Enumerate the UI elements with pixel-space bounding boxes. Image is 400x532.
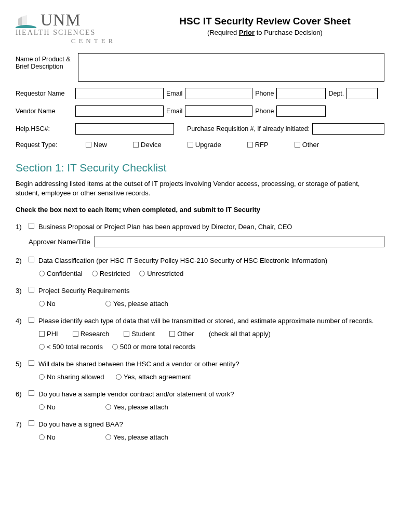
item-1: 1) Business Proposal or Project Plan has… (16, 223, 384, 247)
purchase-req-label: Purchase Requisition #, if already initi… (187, 125, 310, 132)
section1-title: Section 1: IT Security Checklist (16, 162, 384, 174)
item-4-research-checkbox[interactable] (73, 331, 78, 337)
item-7-no-radio[interactable] (39, 434, 45, 440)
item-3: 3) Project Security Requirements No Yes,… (16, 287, 384, 308)
item-4-check-note: (check all that apply) (209, 330, 271, 338)
item-7-checkbox[interactable] (29, 420, 34, 426)
page-subtitle: (Required Prior to Purchase Decision) (145, 29, 384, 36)
item-2-restricted-radio[interactable] (92, 271, 98, 276)
logo-block: UNM HEALTH SCIENCES CENTER (16, 10, 145, 45)
item-3-no-radio[interactable] (39, 301, 45, 307)
vendor-row: Vendor Name Email Phone (16, 105, 384, 117)
item-2-confidential-label: Confidential (47, 270, 83, 277)
item-6-num: 6) (16, 390, 29, 411)
approver-field[interactable] (95, 236, 384, 247)
rt-new-label: New (94, 141, 107, 149)
item-6-no-radio[interactable] (39, 404, 45, 410)
item-5-no-label: No sharing allowed (47, 373, 104, 381)
approver-label: Approver Name/Title (29, 238, 90, 246)
item-7-text: Do you have a signed BAA? (38, 420, 123, 428)
item-5-checkbox[interactable] (29, 360, 34, 366)
item-5-yes-label: Yes, attach agreement (124, 373, 191, 381)
logo-subtitle: HEALTH SCIENCES (16, 29, 145, 37)
rt-rfp-checkbox[interactable] (247, 142, 253, 148)
rt-device-checkbox[interactable] (133, 142, 139, 148)
item-5-no-radio[interactable] (39, 374, 45, 380)
rt-new-checkbox[interactable] (86, 142, 91, 148)
logo-text: UNM (41, 10, 81, 30)
item-2-confidential-radio[interactable] (39, 271, 45, 276)
help-hsc-label: Help.HSC#: (16, 125, 73, 132)
rt-other-checkbox[interactable] (295, 142, 300, 148)
requestor-email-field[interactable] (185, 88, 252, 99)
title-block: HSC IT Security Review Cover Sheet (Requ… (145, 10, 384, 36)
item-4-student-label: Student (131, 330, 155, 338)
item-3-text: Project Security Requirements (38, 287, 130, 295)
item-4-gte500-radio[interactable] (112, 344, 118, 350)
item-7: 7) Do you have a signed BAA? No Yes, ple… (16, 420, 384, 441)
vendor-name-field[interactable] (75, 105, 164, 117)
rt-device-label: Device (141, 141, 162, 149)
requestor-label: Requestor Name (16, 90, 73, 97)
rt-upgrade-label: Upgrade (195, 141, 221, 149)
item-3-yes-radio[interactable] (105, 301, 111, 307)
subtitle-underline: Prior (239, 29, 255, 36)
item-6-yes-radio[interactable] (105, 404, 111, 410)
item-7-num: 7) (16, 420, 29, 441)
requestor-dept-field[interactable] (346, 88, 378, 99)
item-3-num: 3) (16, 287, 29, 308)
item-2-unrestricted-label: Unrestricted (147, 270, 183, 277)
item-4-text: Please identify each type of data that w… (38, 317, 374, 325)
vendor-email-field[interactable] (185, 105, 252, 117)
purchase-req-field[interactable] (312, 123, 384, 135)
item-2-checkbox[interactable] (29, 257, 34, 262)
vendor-label: Vendor Name (16, 108, 73, 115)
requestor-email-label: Email (166, 90, 182, 97)
item-1-num: 1) (16, 223, 29, 247)
item-7-no-label: No (47, 433, 56, 441)
item-3-no-label: No (47, 300, 56, 308)
item-2-text: Data Classification (per HSC IT Security… (38, 257, 327, 264)
item-6-checkbox[interactable] (29, 390, 34, 396)
item-2-unrestricted-radio[interactable] (139, 271, 145, 276)
request-type-label: Request Type: (16, 141, 73, 149)
item-7-yes-radio[interactable] (105, 434, 111, 440)
item-7-yes-label: Yes, please attach (113, 433, 168, 441)
subtitle-post: to Purchase Decision) (255, 29, 323, 36)
logo-subtitle2: CENTER (42, 37, 145, 45)
rt-upgrade-checkbox[interactable] (188, 142, 193, 148)
help-hsc-field[interactable] (75, 123, 174, 135)
item-4-lt500-label: < 500 total records (47, 343, 103, 351)
item-4-lt500-radio[interactable] (39, 344, 45, 350)
item-4-phi-checkbox[interactable] (39, 331, 45, 337)
requestor-row: Requestor Name Email Phone Dept. (16, 88, 384, 99)
item-4-student-checkbox[interactable] (124, 331, 129, 337)
item-4-other-label: Other (177, 330, 194, 338)
item-4-other-checkbox[interactable] (169, 331, 175, 337)
item-4-num: 4) (16, 317, 29, 351)
section1-intro: Begin addressing listed items at the out… (16, 179, 384, 198)
vendor-phone-label: Phone (255, 108, 274, 115)
requestor-phone-field[interactable] (276, 88, 326, 99)
building-icon (16, 12, 36, 28)
product-desc-row: Name of Product & Brief Description (16, 53, 384, 82)
item-5: 5) Will data be shared between the HSC a… (16, 360, 384, 381)
rt-rfp-label: RFP (255, 141, 269, 149)
item-6-text: Do you have a sample vendor contract and… (38, 390, 234, 398)
requestor-name-field[interactable] (75, 88, 164, 99)
requestor-dept-label: Dept. (328, 90, 344, 97)
item-4-checkbox[interactable] (29, 317, 34, 323)
section1-instruct: Check the box next to each item; when co… (16, 206, 384, 214)
item-6-yes-label: Yes, please attach (113, 403, 168, 411)
product-desc-field[interactable] (78, 53, 384, 82)
item-3-yes-label: Yes, please attach (113, 300, 168, 308)
item-5-yes-radio[interactable] (116, 374, 122, 380)
requestor-phone-label: Phone (255, 90, 274, 97)
item-3-checkbox[interactable] (29, 287, 34, 292)
vendor-phone-field[interactable] (276, 105, 326, 117)
item-1-checkbox[interactable] (29, 223, 34, 229)
item-2-restricted-label: Restricted (100, 270, 130, 277)
subtitle-pre: (Required (207, 29, 239, 36)
item-4-research-label: Research (81, 330, 110, 338)
header: UNM HEALTH SCIENCES CENTER HSC IT Securi… (16, 10, 384, 45)
